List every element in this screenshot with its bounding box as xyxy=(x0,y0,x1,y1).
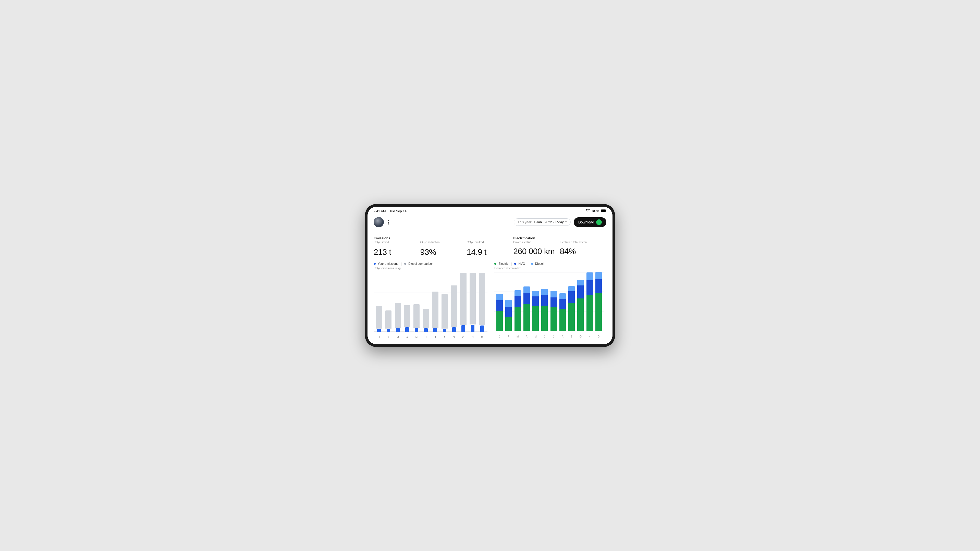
green-segment xyxy=(514,307,521,331)
x-label: M xyxy=(393,336,402,339)
svg-rect-1 xyxy=(601,210,605,212)
diesel-bar xyxy=(385,310,391,329)
stat-co2-reduction: CO2e reduction 93% xyxy=(420,236,466,257)
co2-emitted-value: 14.9 t xyxy=(467,248,508,257)
emissions-chart-legend: Your emissions | Diesel comparison xyxy=(374,262,487,265)
header-left xyxy=(374,217,390,227)
darkblue-segment xyxy=(532,297,539,306)
electric-emissions-bar xyxy=(480,326,484,332)
bar-group xyxy=(375,273,383,332)
stats-grid: Emissions CO2e saved 213 t CO2e reductio… xyxy=(374,236,606,257)
stacked-bar-group xyxy=(514,272,522,331)
darkblue-segment xyxy=(514,296,521,307)
darkblue-segment xyxy=(496,300,503,311)
battery-percentage: 100% xyxy=(591,209,599,213)
stacked-bar xyxy=(505,300,512,331)
electric-emissions-bar xyxy=(443,329,446,332)
avatar[interactable] xyxy=(374,217,384,227)
lightblue-segment xyxy=(505,300,512,307)
bars-container-left xyxy=(374,273,487,332)
stacked-bar xyxy=(523,286,530,331)
x-label: J xyxy=(540,335,549,338)
stats-section: Emissions CO2e saved 213 t CO2e reductio… xyxy=(368,231,612,259)
x-label: M xyxy=(531,335,540,338)
battery-icon xyxy=(601,209,606,213)
stat-electrified-total: Electrified total driven 84% xyxy=(560,236,606,257)
x-label: A xyxy=(522,335,531,338)
electric-legend-label: Electric xyxy=(498,262,508,265)
darkblue-segment xyxy=(505,307,512,318)
download-icon: ↓ xyxy=(596,219,602,225)
date-selector[interactable]: This year: 1 Jan , 2022 - Today ▾ xyxy=(514,218,571,226)
emissions-bar-chart: JFMAMJJASOND xyxy=(374,273,487,339)
status-icons: 100% xyxy=(586,209,606,213)
electric-emissions-bar xyxy=(424,328,428,332)
x-label: J xyxy=(495,335,504,338)
stacked-bar xyxy=(559,293,566,331)
diesel-legend-label: Diesel xyxy=(535,262,544,265)
darkblue-segment xyxy=(559,299,566,309)
stacked-bar xyxy=(514,290,521,331)
lightblue-segment xyxy=(595,272,602,279)
lightblue-segment xyxy=(550,291,557,297)
green-segment xyxy=(568,303,575,331)
electric-emissions-bar xyxy=(405,327,409,332)
darkblue-segment xyxy=(541,295,548,306)
lightblue-segment xyxy=(577,280,584,286)
download-label: Download xyxy=(578,220,594,224)
x-label: S xyxy=(567,335,576,338)
stacked-bar-group xyxy=(585,272,594,331)
diesel-bar xyxy=(395,303,401,328)
diesel-legend-dot xyxy=(531,263,533,265)
diesel-bar xyxy=(469,273,476,324)
lightblue-segment xyxy=(514,290,521,296)
x-labels-right: JFMAMJJASOND xyxy=(494,335,604,338)
status-date: Tue Sep 14 xyxy=(390,209,407,213)
x-label: A xyxy=(403,336,412,339)
app-header: This year: 1 Jan , 2022 - Today ▾ Downlo… xyxy=(368,214,612,231)
green-segment xyxy=(559,309,566,331)
bar-group xyxy=(403,273,412,332)
driven-electric-value: 260 000 km xyxy=(513,247,555,256)
distance-bar-chart: JFMAMJJASOND xyxy=(494,272,604,338)
hvo-legend-dot xyxy=(514,263,516,265)
lightblue-segment xyxy=(532,291,539,296)
stat-co2-saved: Emissions CO2e saved 213 t xyxy=(374,236,420,257)
x-label: M xyxy=(514,335,522,338)
bar-group xyxy=(468,273,477,332)
date-selector-value: 1 Jan , 2022 - Today xyxy=(534,220,564,224)
bar-group xyxy=(384,273,393,332)
bar-group xyxy=(393,273,402,332)
stacked-bar xyxy=(532,291,539,331)
darkblue-segment xyxy=(568,291,575,303)
stat-driven-electric: Electrification Driven electric 260 000 … xyxy=(513,236,560,257)
emissions-chart-subtitle: CO2e emissions in kg xyxy=(374,267,487,270)
lightblue-segment xyxy=(496,294,503,300)
stacked-bar-group xyxy=(531,272,540,331)
diesel-bar xyxy=(479,273,485,325)
x-label: N xyxy=(468,336,477,339)
co2-reduction-sub: CO2e reduction xyxy=(420,241,461,245)
bar-group xyxy=(431,273,440,332)
co2-emitted-sub: CO2e emitted xyxy=(467,241,508,245)
electric-emissions-bar xyxy=(452,327,456,332)
chevron-down-icon: ▾ xyxy=(565,221,567,224)
hvo-legend-label: HVO xyxy=(518,262,525,265)
stacked-bar-group xyxy=(558,272,567,331)
diesel-bar xyxy=(404,305,410,327)
bar-group xyxy=(422,273,430,332)
green-segment xyxy=(595,293,602,331)
co2-reduction-value: 93% xyxy=(420,248,461,257)
stacked-bar xyxy=(577,280,584,331)
x-label: J xyxy=(431,336,440,339)
menu-dots-button[interactable] xyxy=(387,219,390,225)
diesel-bar xyxy=(423,309,429,328)
diesel-bar xyxy=(442,294,448,329)
electric-emissions-bar xyxy=(461,325,465,332)
electric-emissions-bar xyxy=(387,329,390,332)
x-label: A xyxy=(440,336,449,339)
electrification-title: Electrification xyxy=(513,236,555,240)
device-frame: 9:41 AM Tue Sep 14 100% xyxy=(365,204,615,347)
download-button[interactable]: Download ↓ xyxy=(574,218,606,227)
lightblue-segment xyxy=(559,293,566,299)
